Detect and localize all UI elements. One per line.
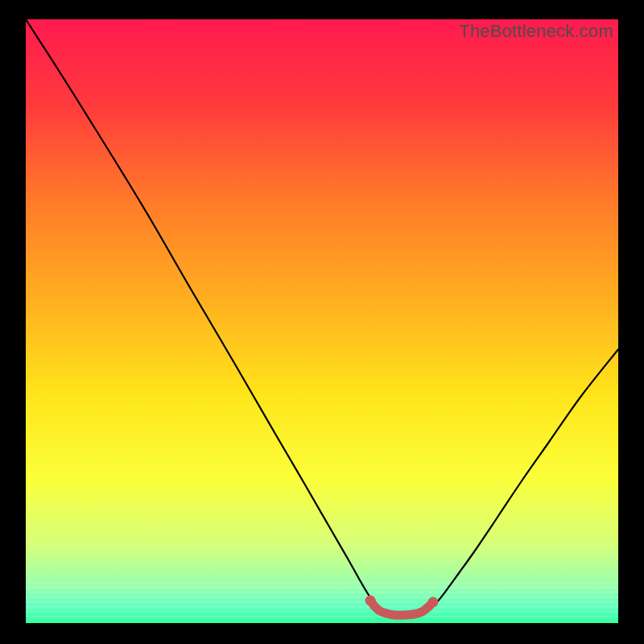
gradient-background <box>26 19 618 623</box>
chart-frame: TheBottleneck.com <box>26 19 618 623</box>
plot-area <box>26 19 618 623</box>
watermark-text: TheBottleneck.com <box>459 21 613 42</box>
optimal-marker-start <box>365 596 376 606</box>
optimal-marker-end <box>428 597 439 608</box>
chart-svg <box>26 19 618 623</box>
